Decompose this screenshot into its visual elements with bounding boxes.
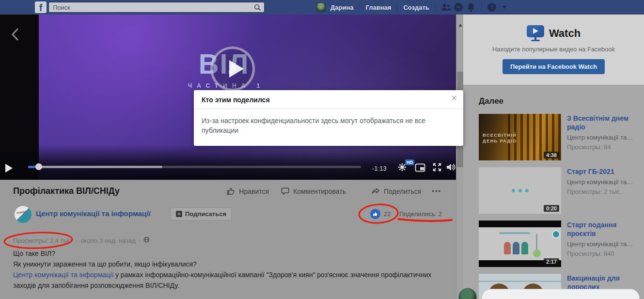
- modal-title: Кто этим поделился: [202, 96, 270, 104]
- account-menu-caret-icon[interactable]: [498, 1, 511, 14]
- header-divider: [481, 3, 482, 11]
- suggested-video-page[interactable]: Центр комунікації та…: [567, 134, 644, 141]
- user-avatar[interactable]: [316, 2, 326, 12]
- post-meta-row: Просмотры: 2,4 тыс. · около 3 нед. назад…: [13, 236, 150, 244]
- post-paragraph: Центр комунікації та інформації у рамках…: [13, 269, 445, 291]
- video-thumbnail-radio[interactable]: ВСЕСВІТНІЙДЕНЬ РАДІО 4:38: [479, 114, 561, 160]
- back-chevron-icon[interactable]: [10, 27, 20, 44]
- suggested-video-item[interactable]: 2:17 Старт подання проєктів Центр комуні…: [479, 220, 644, 267]
- suggested-video-views: Просмотры: 84: [567, 143, 644, 151]
- suggested-video-views: Просмотры: 2 тыс.: [567, 188, 644, 195]
- buffered-bar: [28, 166, 162, 168]
- watch-logo-icon: [527, 25, 544, 41]
- facebook-logo[interactable]: f: [35, 1, 47, 13]
- header-divider: [397, 3, 397, 11]
- help-icon[interactable]: ?: [486, 1, 498, 14]
- header-divider: [360, 3, 360, 11]
- watch-title: Watch: [549, 27, 581, 40]
- suggested-video-item[interactable]: 0:20 Старт ГБ-2021 Центр комунікації та……: [479, 167, 644, 214]
- page-avatar[interactable]: vcentri: [15, 206, 31, 223]
- page-mention-link[interactable]: Центр комунікації та інформації: [13, 271, 113, 279]
- shared-by-modal: Кто этим поделился ✕ Из-за настроек конф…: [194, 90, 463, 146]
- meta-separator: ·: [139, 237, 141, 244]
- subscribe-button[interactable]: + Подписаться: [171, 207, 232, 220]
- time-remaining: -1:13: [372, 165, 387, 172]
- meta-separator: ·: [76, 237, 78, 244]
- home-link[interactable]: Главная: [364, 4, 393, 11]
- like-button-label: Нравится: [239, 188, 269, 195]
- post-line-1: Що таке ВІЛ?: [13, 248, 445, 259]
- header-divider: [435, 3, 436, 11]
- comment-button-label: Комментировать: [293, 188, 346, 195]
- search-icon[interactable]: [254, 4, 261, 13]
- svg-text:?: ?: [490, 4, 493, 10]
- loading-dot: [518, 189, 522, 192]
- subscribe-button-label: Подписаться: [185, 210, 226, 218]
- video-duration-badge: 2:17: [544, 258, 559, 265]
- video-info-section: Профілактика ВІЛ/СНІДу Нравится Комменти…: [0, 180, 456, 299]
- header-user-nav: Дарина Главная Создать ?: [316, 0, 511, 15]
- page-scrollbar[interactable]: [456, 15, 463, 299]
- progress-bar[interactable]: [28, 166, 361, 168]
- views-count: Просмотры: 2,4 тыс.: [13, 237, 73, 244]
- video-duration-badge: 0:20: [544, 205, 559, 212]
- page-avatar-text: vcentri: [16, 210, 26, 215]
- scrollbar-up-arrow[interactable]: [456, 16, 464, 21]
- comment-input[interactable]: [482, 289, 640, 299]
- up-next-heading: Далее: [479, 96, 503, 106]
- search-box: [48, 2, 265, 13]
- friend-requests-icon[interactable]: [440, 1, 452, 14]
- post-actions: Нравится Комментировать Поделиться •••: [220, 187, 441, 196]
- close-icon[interactable]: ✕: [451, 94, 457, 102]
- modal-body-text: Из-за настроек конфиденциальности здесь …: [194, 109, 436, 146]
- modal-header: Кто этим поделился ✕: [194, 90, 463, 109]
- picture-in-picture-icon[interactable]: [415, 163, 425, 174]
- scrubber-handle[interactable]: [35, 163, 42, 170]
- post-timestamp[interactable]: около 3 нед. назад: [80, 237, 135, 244]
- post-line-2: Як уникнути зараження та що робити, якщо…: [13, 259, 445, 269]
- fullscreen-icon[interactable]: [432, 162, 442, 174]
- video-title: Профілактика ВІЛ/СНІДу: [13, 186, 120, 196]
- page-logo-overlay: [552, 230, 560, 238]
- volume-icon[interactable]: [446, 162, 456, 174]
- subscribe-plus-icon: +: [176, 211, 182, 217]
- play-button[interactable]: [5, 164, 13, 173]
- top-nav-bar: f Дарина Главная Создать: [0, 0, 644, 15]
- notifications-bell-icon[interactable]: [465, 1, 477, 14]
- suggested-video-title[interactable]: Старт подання проєктів: [567, 220, 644, 238]
- share-button[interactable]: Поделиться: [371, 187, 421, 196]
- suggested-video-item[interactable]: ВСЕСВІТНІЙДЕНЬ РАДІО 4:38 З Всесвітнім д…: [479, 114, 644, 160]
- hd-quality-badge: HD: [405, 159, 414, 165]
- watch-promo-card: Watch Находите популярные видео на Faceb…: [463, 15, 644, 85]
- post-text: Що таке ВІЛ? Як уникнути зараження та що…: [13, 248, 445, 291]
- privacy-globe-icon: [143, 236, 150, 244]
- play-overlay-button[interactable]: [210, 47, 255, 91]
- suggested-video-page[interactable]: Центр комунікації та…: [567, 240, 644, 248]
- video-controls-bar: -1:13 HD: [0, 145, 456, 180]
- shares-count-link[interactable]: Поделились: 2: [399, 210, 442, 218]
- video-duration-badge: 4:38: [544, 152, 559, 158]
- loading-dot: [512, 189, 515, 192]
- suggested-video-page[interactable]: Центр комунікації та…: [567, 178, 644, 186]
- like-count-value[interactable]: 22: [384, 210, 391, 218]
- messenger-icon[interactable]: [452, 1, 465, 14]
- suggested-video-title[interactable]: З Всесвітнім днем радіо: [567, 114, 644, 131]
- video-thumbnail-loading[interactable]: 0:20: [479, 167, 561, 214]
- go-to-watch-button[interactable]: Перейти на Facebook Watch: [503, 59, 605, 74]
- video-thumbnail-cartoon[interactable]: 2:17: [479, 220, 561, 267]
- suggested-video-views: Просмотры: 840: [567, 250, 644, 257]
- like-count-icon[interactable]: [370, 209, 380, 219]
- share-button-label: Поделиться: [384, 188, 421, 195]
- like-button[interactable]: Нравится: [226, 187, 269, 196]
- right-sidebar: Watch Находите популярные видео на Faceb…: [463, 15, 644, 299]
- loading-dot: [525, 189, 529, 192]
- profile-link[interactable]: Дарина: [329, 4, 356, 11]
- suggested-video-title[interactable]: Старт ГБ-2021: [567, 167, 644, 176]
- watch-subtitle: Находите популярные видео на Facebook: [463, 46, 644, 53]
- facebook-video-page: f Дарина Главная Создать: [0, 0, 644, 299]
- search-input[interactable]: [53, 3, 247, 12]
- more-options-button[interactable]: •••: [432, 188, 441, 195]
- page-name-link[interactable]: Центр комунікації та інформації: [36, 209, 151, 218]
- create-link[interactable]: Создать: [401, 4, 431, 11]
- comment-button[interactable]: Комментировать: [281, 187, 346, 196]
